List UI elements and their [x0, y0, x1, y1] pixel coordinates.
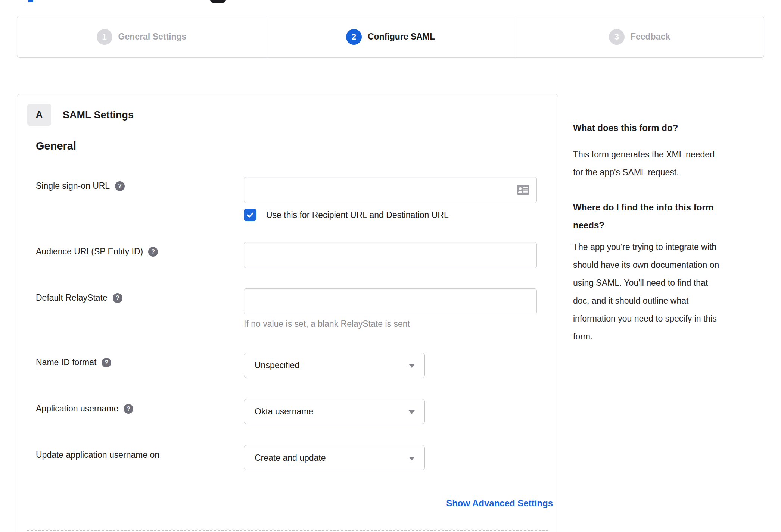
- show-advanced-settings-link[interactable]: Show Advanced Settings: [446, 498, 553, 508]
- section-a-badge: A: [27, 104, 51, 126]
- sidebar-question-1: What does this form do?: [573, 122, 749, 134]
- sidebar-answer-1: This form generates the XML needed for t…: [573, 145, 749, 181]
- name-id-format-select[interactable]: Unspecified: [244, 353, 425, 378]
- update-username-select[interactable]: Create and update: [244, 445, 425, 470]
- name-id-format-value: Unspecified: [255, 360, 299, 370]
- checkmark-icon: [246, 210, 255, 219]
- sso-url-label: Single sign-on URL: [36, 181, 110, 191]
- step-2-number-badge: 2: [346, 29, 362, 45]
- step-feedback[interactable]: 3 Feedback: [515, 16, 764, 57]
- update-username-label: Update application username on: [36, 450, 159, 460]
- header-icon-fragment: [210, 0, 226, 3]
- panel-dashed-divider: [27, 530, 548, 531]
- step-1-number-badge: 1: [97, 29, 112, 45]
- contact-card-icon[interactable]: [517, 185, 529, 195]
- sso-url-input[interactable]: [244, 177, 537, 203]
- name-id-format-label: Name ID format: [36, 357, 96, 367]
- help-icon[interactable]: ?: [113, 293, 122, 303]
- relay-state-label-row: Default RelayState ?: [36, 293, 122, 303]
- recipient-url-checkbox-label: Use this for Recipient URL and Destinati…: [266, 210, 449, 220]
- sso-url-checkbox-row: Use this for Recipient URL and Destinati…: [244, 209, 449, 221]
- sidebar-question-2: Where do I find the info this form needs…: [573, 198, 749, 234]
- wizard-stepper: 1 General Settings 2 Configure SAML 3 Fe…: [17, 16, 764, 58]
- step-1-label: General Settings: [118, 32, 187, 42]
- audience-uri-label-row: Audience URI (SP Entity ID) ?: [36, 247, 158, 257]
- dropdown-arrow-icon: [409, 364, 415, 368]
- relay-state-hint: If no value is set, a blank RelayState i…: [244, 319, 410, 329]
- dropdown-arrow-icon: [409, 410, 415, 414]
- panel-header: A SAML Settings: [27, 104, 134, 126]
- update-username-label-row: Update application username on: [36, 450, 159, 460]
- app-username-select[interactable]: Okta username: [244, 399, 425, 424]
- relay-state-input[interactable]: [244, 288, 537, 314]
- dropdown-arrow-icon: [409, 457, 415, 460]
- app-username-label: Application username: [36, 404, 118, 414]
- name-id-format-label-row: Name ID format ?: [36, 357, 111, 367]
- audience-uri-label: Audience URI (SP Entity ID): [36, 247, 143, 257]
- saml-settings-panel: A SAML Settings General Single sign-on U…: [17, 94, 558, 532]
- help-icon[interactable]: ?: [102, 358, 111, 367]
- sso-url-input-wrap: [244, 177, 537, 203]
- sso-url-label-row: Single sign-on URL ?: [36, 181, 125, 191]
- help-icon[interactable]: ?: [115, 181, 125, 191]
- header-logo-fragment: [28, 0, 33, 2]
- relay-state-label: Default RelayState: [36, 293, 108, 303]
- app-username-value: Okta username: [255, 407, 313, 417]
- help-icon[interactable]: ?: [124, 404, 133, 414]
- step-2-label: Configure SAML: [368, 32, 435, 42]
- help-sidebar: What does this form do? This form genera…: [573, 122, 749, 345]
- general-section-heading: General: [36, 140, 76, 152]
- update-username-value: Create and update: [255, 453, 326, 463]
- step-3-label: Feedback: [631, 32, 670, 42]
- recipient-url-checkbox[interactable]: [244, 209, 256, 221]
- step-3-number-badge: 3: [609, 29, 625, 45]
- step-configure-saml[interactable]: 2 Configure SAML: [266, 16, 515, 57]
- audience-uri-input[interactable]: [244, 242, 537, 268]
- help-icon[interactable]: ?: [148, 247, 158, 257]
- sidebar-answer-2: The app you're trying to integrate with …: [573, 238, 749, 345]
- app-username-label-row: Application username ?: [36, 404, 133, 414]
- panel-title: SAML Settings: [63, 109, 134, 121]
- step-general-settings[interactable]: 1 General Settings: [17, 16, 266, 57]
